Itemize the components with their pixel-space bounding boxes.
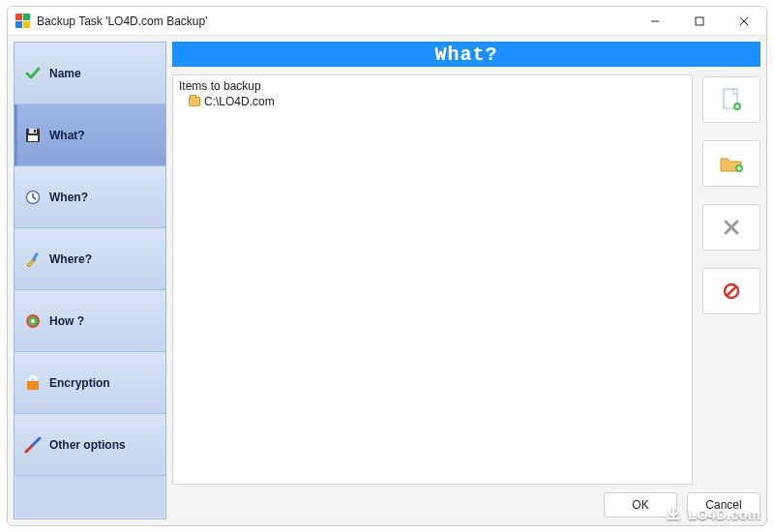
remove-button[interactable] xyxy=(702,204,760,251)
minimize-button[interactable] xyxy=(633,7,677,35)
page-title: What? xyxy=(172,42,760,67)
file-add-icon xyxy=(721,87,742,112)
svg-rect-1 xyxy=(696,17,703,25)
action-buttons xyxy=(702,74,760,485)
sidebar-item-how[interactable]: How ? xyxy=(15,290,165,352)
no-entry-icon xyxy=(722,281,741,301)
sidebar-item-label: Other options xyxy=(49,438,126,452)
svg-line-22 xyxy=(727,286,736,296)
ok-button[interactable]: OK xyxy=(604,492,677,517)
folder-add-icon xyxy=(719,153,744,174)
sidebar-item-label: What? xyxy=(49,129,85,142)
sidebar-item-where[interactable]: Where? xyxy=(15,228,165,290)
sidebar: Name What? When? Where? xyxy=(14,42,166,519)
sidebar-item-label: Encryption xyxy=(49,376,110,390)
add-file-button[interactable] xyxy=(702,76,760,123)
sidebar-item-what[interactable]: What? xyxy=(15,104,165,166)
x-icon xyxy=(723,219,740,236)
svg-rect-6 xyxy=(28,135,38,141)
sidebar-item-name[interactable]: Name xyxy=(15,43,165,104)
items-list[interactable]: Items to backup C:\LO4D.com xyxy=(172,74,693,485)
clear-button[interactable] xyxy=(702,268,760,314)
lock-icon xyxy=(24,374,42,392)
wrench-icon xyxy=(24,436,42,454)
close-icon xyxy=(739,16,749,26)
dialog-window: Backup Task 'LO4D.com Backup' Name xyxy=(7,6,767,526)
svg-point-14 xyxy=(31,319,35,323)
minimize-icon xyxy=(650,16,660,26)
check-icon xyxy=(24,65,42,82)
disc-icon xyxy=(24,312,42,330)
dialog-body: Name What? When? Where? xyxy=(8,36,766,525)
cancel-button[interactable]: Cancel xyxy=(687,492,760,517)
sidebar-item-encryption[interactable]: Encryption xyxy=(15,352,165,414)
window-title: Backup Task 'LO4D.com Backup' xyxy=(37,15,207,28)
items-list-header: Items to backup xyxy=(179,79,686,93)
clock-icon xyxy=(24,189,42,206)
maximize-icon xyxy=(695,16,704,26)
list-item[interactable]: C:\LO4D.com xyxy=(179,95,686,108)
folder-icon xyxy=(189,97,200,106)
titlebar: Backup Task 'LO4D.com Backup' xyxy=(8,7,766,36)
content-row: Items to backup C:\LO4D.com xyxy=(172,74,760,485)
add-folder-button[interactable] xyxy=(702,140,760,187)
svg-rect-15 xyxy=(27,381,39,390)
sidebar-item-when[interactable]: When? xyxy=(15,166,165,228)
close-button[interactable] xyxy=(722,7,766,35)
sidebar-item-label: Name xyxy=(49,67,81,80)
window-controls xyxy=(633,7,766,35)
floppy-icon xyxy=(24,127,42,144)
tools-icon xyxy=(24,251,42,268)
maximize-button[interactable] xyxy=(677,7,722,35)
svg-rect-7 xyxy=(34,130,36,133)
app-icon xyxy=(15,14,31,29)
sidebar-item-label: How ? xyxy=(49,314,84,328)
main-panel: What? Items to backup C:\LO4D.com xyxy=(172,42,760,519)
sidebar-item-label: Where? xyxy=(49,252,92,266)
dialog-buttons: OK Cancel xyxy=(172,485,760,519)
sidebar-item-label: When? xyxy=(49,191,88,204)
list-item-path: C:\LO4D.com xyxy=(204,95,275,108)
sidebar-item-other-options[interactable]: Other options xyxy=(15,414,165,476)
